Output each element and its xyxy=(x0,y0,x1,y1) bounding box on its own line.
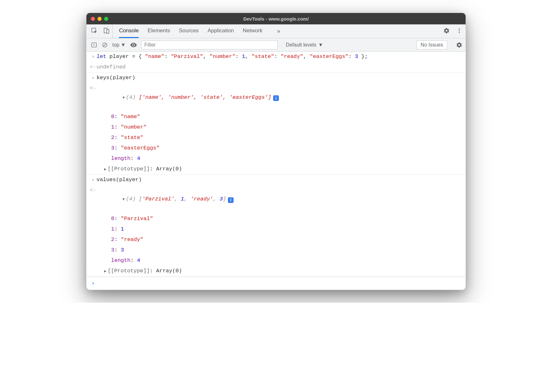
code-string: "easterEggs" xyxy=(121,145,160,151)
console-input-line[interactable]: › values(player) xyxy=(86,175,466,185)
array-length: (4) xyxy=(126,94,139,100)
svg-point-5 xyxy=(459,32,460,33)
code-text: : xyxy=(164,54,171,60)
toggle-console-sidebar-icon[interactable] xyxy=(91,42,97,48)
array-length-row: length: 4 xyxy=(86,154,466,164)
code-text: , xyxy=(213,196,219,202)
code-string: "Parzival" xyxy=(121,216,153,222)
context-selector[interactable]: top ▼ xyxy=(112,42,126,48)
code-text: : xyxy=(114,237,121,243)
code-string: "state" xyxy=(252,54,274,60)
code-keyword: let xyxy=(97,54,106,60)
console-input-line[interactable]: › keys(player) xyxy=(86,73,466,83)
info-icon[interactable]: i xyxy=(273,95,279,101)
expand-toggle-icon[interactable] xyxy=(104,268,108,274)
code-string: "number" xyxy=(210,54,235,60)
close-window-button[interactable] xyxy=(91,17,95,21)
prop-key: length xyxy=(111,257,130,263)
clear-console-icon[interactable] xyxy=(102,42,108,48)
tab-application[interactable]: Application xyxy=(208,24,234,38)
code-number: 4 xyxy=(137,155,140,161)
prop-key: 3 xyxy=(111,145,114,151)
code-text: : xyxy=(114,114,121,120)
array-item[interactable]: 3: 3 xyxy=(86,245,466,256)
console-settings-icon[interactable] xyxy=(456,42,462,48)
code-text: : xyxy=(150,166,156,172)
code-text: values(player) xyxy=(97,175,462,185)
expand-toggle-icon[interactable] xyxy=(122,196,126,202)
tab-network[interactable]: Network xyxy=(243,24,262,38)
code-text: : xyxy=(114,135,121,141)
console-input-line[interactable]: › let player = { "name": "Parzival", "nu… xyxy=(86,52,466,62)
prop-key: 0 xyxy=(111,216,114,222)
code-text: : xyxy=(235,54,242,60)
code-text: : xyxy=(130,257,137,263)
code-text: player = { xyxy=(106,54,145,60)
settings-icon[interactable] xyxy=(443,28,450,35)
code-text: : xyxy=(348,54,355,60)
log-levels-selector[interactable]: Default levels ▼ xyxy=(286,42,323,48)
panel-tabs: Console Elements Sources Application Net… xyxy=(113,24,280,38)
levels-label: Default levels xyxy=(286,42,316,48)
return-icon: <· xyxy=(90,84,97,111)
prop-key: length xyxy=(111,155,130,161)
code-number: 1 xyxy=(242,54,245,60)
array-item[interactable]: 3: "easterEggs" xyxy=(86,143,466,154)
prompt-icon: › xyxy=(90,73,97,83)
return-icon: <· xyxy=(90,63,97,72)
code-string: "number" xyxy=(121,124,147,130)
prop-key: 0 xyxy=(111,114,114,120)
kebab-menu-icon[interactable] xyxy=(456,28,462,35)
titlebar: DevTools - www.google.com/ xyxy=(86,13,466,24)
array-item[interactable]: 1: "number" xyxy=(86,122,466,133)
live-expression-icon[interactable] xyxy=(130,41,137,48)
code-string: "ready" xyxy=(281,54,303,60)
code-text: : xyxy=(114,145,121,151)
svg-point-3 xyxy=(459,28,460,29)
array-item[interactable]: 2: "state" xyxy=(86,133,466,143)
expand-toggle-icon[interactable] xyxy=(122,94,126,100)
console-toolbar: top ▼ Default levels ▼ No Issues xyxy=(86,38,466,52)
code-number: 1 xyxy=(121,226,124,232)
code-number: 1 xyxy=(181,196,184,202)
device-toggle-icon[interactable] xyxy=(103,27,110,35)
array-item[interactable]: 1: 1 xyxy=(86,224,466,235)
filter-input[interactable] xyxy=(141,41,278,49)
code-number: 4 xyxy=(137,257,140,263)
array-item[interactable]: 0: "Parzival" xyxy=(86,214,466,224)
tab-sources[interactable]: Sources xyxy=(179,24,198,38)
proto-value: Array(0) xyxy=(156,268,182,274)
code-number: 3 xyxy=(355,54,358,60)
prop-key: 3 xyxy=(111,247,114,253)
prototype-row[interactable]: [[Prototype]]: Array(0) xyxy=(86,164,466,175)
window-controls xyxy=(91,17,108,21)
code-string: "Parzival" xyxy=(171,54,203,60)
console-output: › let player = { "name": "Parzival", "nu… xyxy=(86,52,466,290)
proto-value: Array(0) xyxy=(156,166,182,172)
prop-key: 2 xyxy=(111,237,114,243)
array-item[interactable]: 0: "name" xyxy=(86,112,466,122)
array-preview: ['name', 'number', 'state', 'easterEggs'… xyxy=(139,94,271,100)
expand-toggle-icon[interactable] xyxy=(104,166,108,172)
code-string: "state" xyxy=(121,135,143,141)
prototype-row[interactable]: [[Prototype]]: Array(0) xyxy=(86,266,466,277)
minimize-window-button[interactable] xyxy=(97,17,102,21)
chevron-down-icon: ▼ xyxy=(318,42,323,48)
code-text: , xyxy=(174,196,181,202)
code-text: }; xyxy=(358,54,368,60)
code-text: : xyxy=(114,124,121,130)
array-item[interactable]: 2: "ready" xyxy=(86,235,466,245)
issues-button[interactable]: No Issues xyxy=(417,41,447,49)
console-result-line: <· (4) ['name', 'number', 'state', 'east… xyxy=(86,83,466,112)
more-tabs-icon[interactable]: » xyxy=(277,28,280,35)
array-length-row: length: 4 xyxy=(86,256,466,266)
prop-key: 1 xyxy=(111,226,114,232)
maximize-window-button[interactable] xyxy=(104,17,108,21)
tab-console[interactable]: Console xyxy=(119,24,139,38)
code-text: : xyxy=(114,216,121,222)
info-icon[interactable]: i xyxy=(228,197,234,203)
inspect-element-icon[interactable] xyxy=(91,27,98,35)
tab-elements[interactable]: Elements xyxy=(147,24,170,38)
console-prompt[interactable]: › xyxy=(86,277,466,290)
context-label: top xyxy=(112,42,119,48)
